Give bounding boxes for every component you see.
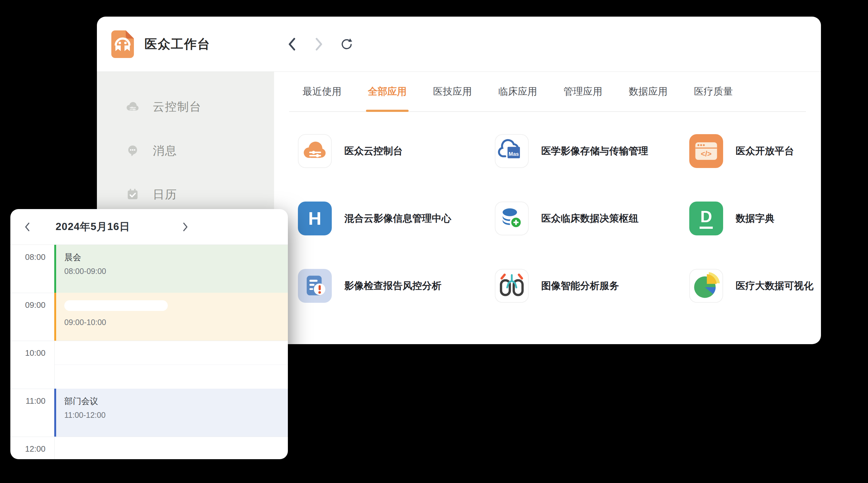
calendar-date: 2024年5月16日 (38, 209, 148, 245)
app-clinical-data-hub[interactable]: 医众临床数据决策枢纽 (495, 201, 689, 269)
tab-clinical[interactable]: 临床应用 (498, 72, 537, 111)
calendar-event-redacted[interactable]: 09:00-10:00 (54, 293, 288, 341)
forward-button[interactable] (313, 37, 325, 51)
chevron-left-icon (25, 222, 30, 232)
time-label: 08:00 (10, 252, 45, 262)
database-plus-icon (495, 201, 529, 235)
refresh-icon (340, 38, 352, 51)
sidebar-item-label: 消息 (153, 143, 177, 159)
calendar-event-morning-meeting[interactable]: 晨会 08:00-09:00 (54, 245, 288, 293)
tab-recent[interactable]: 最近使用 (303, 72, 341, 111)
sidebar-item-cloud-console[interactable]: 云控制台 (97, 85, 274, 129)
chevron-right-icon (183, 222, 188, 232)
calendar-popup: 2024年5月16日 08:00 09:00 10:00 11:00 12:00… (10, 209, 288, 459)
refresh-button[interactable] (340, 37, 352, 51)
event-title: 晨会 (64, 252, 288, 263)
app-label: 混合云影像信息管理中心 (344, 201, 451, 235)
event-time: 11:00-12:00 (64, 411, 288, 420)
app-open-platform[interactable]: </> 医众开放平台 (689, 134, 821, 201)
app-image-ai-analysis[interactable]: 图像智能分析服务 (495, 269, 689, 336)
lungs-icon (495, 269, 529, 303)
tab-data[interactable]: 数据应用 (629, 72, 668, 111)
calendar-header: 2024年5月16日 (10, 209, 288, 245)
letter-h-icon: H (298, 201, 332, 235)
redacted-event-title (64, 300, 168, 311)
nav-controls (286, 17, 352, 71)
report-alert-icon (298, 269, 332, 303)
event-title: 部门会议 (64, 395, 288, 407)
app-label: 图像智能分析服务 (541, 269, 619, 303)
app-big-data-visualization[interactable]: 医疗大数据可视化 (689, 269, 821, 336)
calendar-day-grid: 08:00 09:00 10:00 11:00 12:00 晨会 08:00-0… (10, 245, 288, 459)
cloud-sliders-icon (124, 99, 141, 115)
app-label: 影像检查报告风控分析 (344, 269, 441, 303)
app-label: 医学影像存储与传输管理 (541, 134, 648, 168)
code-window-icon: </> (689, 134, 723, 168)
tab-quality[interactable]: 医疗质量 (694, 72, 733, 111)
time-label: 12:00 (10, 444, 45, 454)
app-hybrid-cloud-imaging[interactable]: H 混合云影像信息管理中心 (298, 201, 495, 269)
tab-all-apps[interactable]: 全部应用 (368, 72, 407, 111)
calendar-next-button[interactable] (179, 209, 192, 245)
content-area: 最近使用 全部应用 医技应用 临床应用 管理应用 数据应用 医疗质量 (274, 72, 821, 344)
dictionary-d-icon: D (689, 201, 723, 235)
window-header: 医众工作台 (97, 17, 821, 71)
tab-management[interactable]: 管理应用 (563, 72, 602, 111)
app-pacs[interactable]: Mas 医学影像存储与传输管理 (495, 134, 689, 201)
app-label: 医疗大数据可视化 (736, 269, 813, 303)
cloud-storage-icon: Mas (495, 134, 529, 168)
chevron-right-icon (314, 38, 323, 51)
time-label: 09:00 (10, 300, 45, 310)
app-label: 数据字典 (736, 201, 775, 235)
time-label: 10:00 (10, 348, 45, 358)
calendar-prev-button[interactable] (21, 209, 34, 245)
sidebar-item-label: 云控制台 (153, 99, 202, 115)
event-time: 08:00-09:00 (64, 267, 288, 276)
time-label: 11:00 (10, 396, 45, 406)
page-title: 医众工作台 (145, 35, 210, 53)
app-label: 医众开放平台 (736, 134, 794, 168)
svg-text:</>: </> (701, 150, 712, 158)
half-hour-gridline (55, 364, 288, 365)
back-button[interactable] (286, 37, 298, 51)
chevron-left-icon (287, 38, 297, 51)
hour-gridline (10, 437, 288, 437)
svg-text:Mas: Mas (508, 151, 519, 157)
app-cloud-console[interactable]: 医众云控制台 (298, 134, 495, 201)
sidebar-item-label: 日历 (153, 187, 177, 202)
pie-chart-icon (689, 269, 723, 303)
chat-bubble-icon (124, 142, 141, 159)
app-label: 医众临床数据决策枢纽 (541, 201, 639, 235)
calendar-check-icon (124, 187, 141, 203)
event-time: 09:00-10:00 (64, 318, 288, 327)
app-report-risk-analysis[interactable]: 影像检查报告风控分析 (298, 269, 495, 336)
app-grid: 医众云控制台 Mas 医学影像存储与传输管理 (274, 134, 821, 336)
tab-bar: 最近使用 全部应用 医技应用 临床应用 管理应用 数据应用 医疗质量 (289, 72, 806, 112)
app-logo-icon (111, 30, 134, 58)
tab-medtech[interactable]: 医技应用 (433, 72, 472, 111)
app-label: 医众云控制台 (344, 134, 403, 168)
orange-cloud-sliders-icon (298, 134, 332, 168)
sidebar-item-messages[interactable]: 消息 (97, 129, 274, 173)
calendar-event-department-meeting[interactable]: 部门会议 11:00-12:00 (54, 389, 288, 437)
app-data-dictionary[interactable]: D 数据字典 (689, 201, 821, 269)
